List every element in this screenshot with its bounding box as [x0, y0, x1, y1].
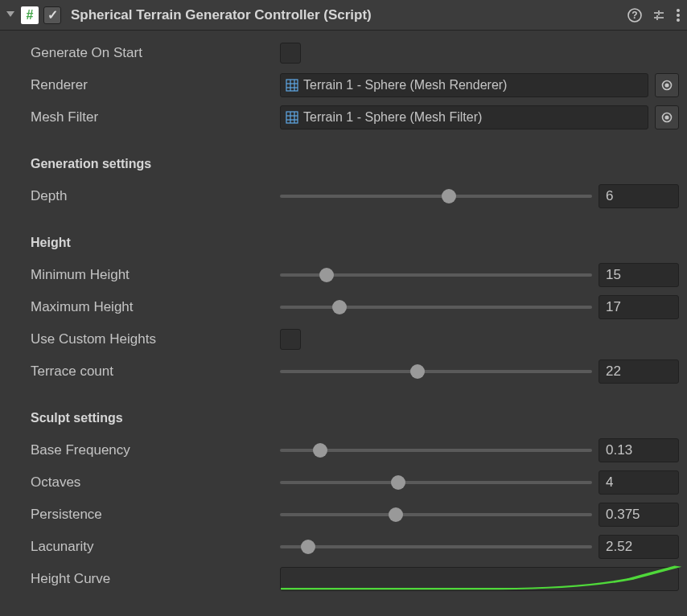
- checkbox-use-custom-heights[interactable]: [280, 329, 301, 350]
- section-sculpt: Sculpt settings: [8, 402, 679, 434]
- label-terrace-count: Terrace count: [8, 363, 274, 380]
- mesh-filter-icon: [286, 111, 298, 124]
- label-persistence: Persistence: [8, 507, 274, 523]
- slider-min-height[interactable]: [280, 265, 592, 285]
- row-depth: Depth: [8, 180, 679, 212]
- slider-persistence[interactable]: [280, 505, 592, 524]
- object-picker-mesh-filter[interactable]: [655, 105, 679, 129]
- row-use-custom-heights: Use Custom Heights: [8, 323, 679, 355]
- label-use-custom-heights: Use Custom Heights: [8, 331, 274, 347]
- svg-point-9: [677, 9, 680, 12]
- component-enabled-checkbox[interactable]: [43, 6, 61, 24]
- row-octaves: Octaves: [8, 466, 679, 499]
- label-depth: Depth: [8, 188, 274, 204]
- row-lacunarity: Lacunarity: [8, 531, 679, 563]
- object-field-mesh-filter[interactable]: Terrain 1 - Sphere (Mesh Filter): [280, 105, 648, 129]
- input-persistence[interactable]: [599, 503, 679, 527]
- row-min-height: Minimum Height: [8, 259, 679, 291]
- slider-octaves[interactable]: [280, 473, 592, 492]
- row-base-frequency: Base Frequency: [8, 434, 679, 466]
- svg-point-11: [677, 18, 680, 22]
- input-lacunarity[interactable]: [599, 535, 679, 559]
- label-renderer: Renderer: [8, 77, 274, 93]
- row-renderer: Renderer Terrain 1 - Sphere (Mesh Render…: [8, 69, 679, 101]
- component-body: Generate On Start Renderer Terrain 1: [0, 31, 687, 603]
- checkbox-generate-on-start[interactable]: [280, 43, 301, 64]
- input-min-height[interactable]: [599, 263, 679, 287]
- label-lacunarity: Lacunarity: [8, 539, 274, 555]
- input-octaves[interactable]: [599, 470, 679, 495]
- svg-rect-12: [286, 80, 298, 91]
- label-max-height: Maximum Height: [8, 299, 274, 315]
- component-header: Spherical Terrain Generator Controller (…: [0, 0, 687, 31]
- section-height: Height: [8, 227, 679, 259]
- svg-text:?: ?: [631, 10, 637, 21]
- section-generation: Generation settings: [8, 148, 679, 180]
- svg-point-25: [665, 116, 668, 119]
- object-field-renderer[interactable]: Terrain 1 - Sphere (Mesh Renderer): [280, 73, 648, 97]
- row-max-height: Maximum Height: [8, 291, 679, 323]
- component-title: Spherical Terrain Generator Controller (…: [66, 7, 623, 23]
- object-picker-renderer[interactable]: [655, 73, 679, 97]
- object-field-renderer-value: Terrain 1 - Sphere (Mesh Renderer): [303, 78, 507, 92]
- row-mesh-filter: Mesh Filter Terrain 1 - Sphere (Mesh Fil…: [8, 101, 679, 133]
- object-field-mesh-filter-value: Terrain 1 - Sphere (Mesh Filter): [303, 110, 482, 125]
- mesh-renderer-icon: [286, 79, 298, 92]
- label-octaves: Octaves: [8, 474, 274, 491]
- slider-base-frequency[interactable]: [280, 441, 592, 460]
- row-persistence: Persistence: [8, 499, 679, 531]
- script-icon: [21, 6, 39, 24]
- svg-point-10: [677, 14, 680, 17]
- input-base-frequency[interactable]: [599, 438, 679, 462]
- foldout-toggle[interactable]: [5, 10, 16, 21]
- curve-field-height[interactable]: [280, 567, 679, 591]
- inspector-component: Spherical Terrain Generator Controller (…: [0, 0, 687, 603]
- input-depth[interactable]: [599, 184, 679, 208]
- slider-terrace-count[interactable]: [280, 362, 592, 381]
- label-height-curve: Height Curve: [8, 571, 274, 587]
- label-mesh-filter: Mesh Filter: [8, 109, 274, 125]
- input-max-height[interactable]: [599, 295, 679, 319]
- row-terrace-count: Terrace count: [8, 355, 679, 388]
- header-actions: ?: [627, 8, 681, 23]
- svg-marker-0: [6, 11, 14, 17]
- slider-max-height[interactable]: [280, 298, 592, 317]
- label-generate-on-start: Generate On Start: [8, 45, 274, 61]
- input-terrace-count[interactable]: [599, 359, 679, 384]
- slider-lacunarity[interactable]: [280, 537, 592, 556]
- label-min-height: Minimum Height: [8, 267, 274, 283]
- row-height-curve: Height Curve: [8, 563, 679, 595]
- svg-rect-19: [286, 112, 298, 123]
- preset-icon[interactable]: [652, 8, 666, 23]
- help-icon[interactable]: ?: [627, 8, 642, 23]
- label-base-frequency: Base Frequency: [8, 442, 274, 458]
- slider-depth[interactable]: [280, 187, 592, 206]
- context-menu-icon[interactable]: [676, 8, 681, 23]
- row-generate-on-start: Generate On Start: [8, 37, 679, 69]
- svg-point-18: [665, 84, 668, 87]
